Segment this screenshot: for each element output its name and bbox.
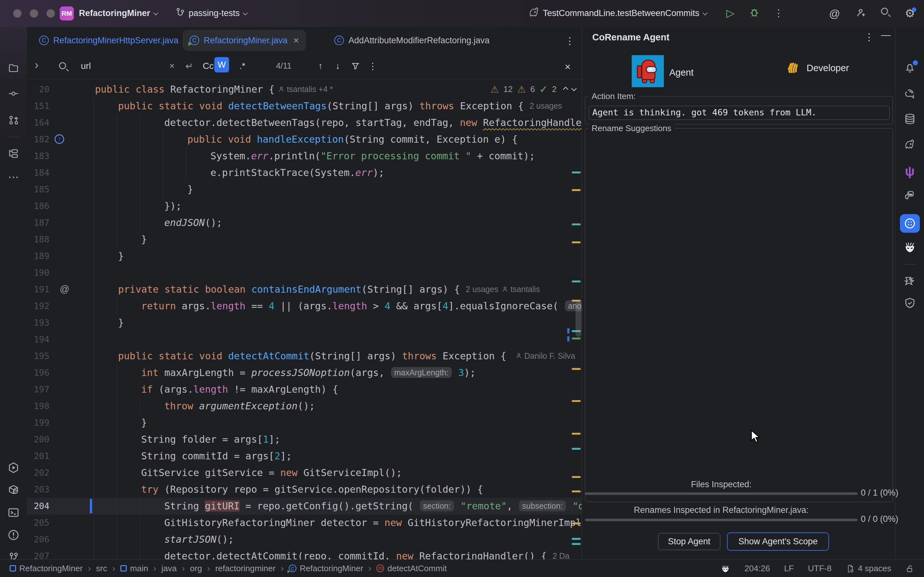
more-actions-button[interactable]: ⋮ xyxy=(774,7,783,19)
line-number[interactable]: 188 xyxy=(27,234,49,244)
code-line[interactable]: 202GitService gitService = new GitServic… xyxy=(27,464,582,481)
ai-assistant-icon[interactable]: @ xyxy=(829,7,840,20)
line-number[interactable]: 197 xyxy=(27,384,49,394)
code-line[interactable]: 206startJSON(); xyxy=(27,531,582,548)
code-line[interactable]: 196int maxArgLength = processJSONoption(… xyxy=(27,364,582,381)
line-number[interactable]: 207 xyxy=(27,551,49,559)
line-number[interactable]: 200 xyxy=(27,434,49,444)
line-number[interactable]: 182 xyxy=(27,134,49,144)
inspection-widget[interactable]: ⚠ 12 ⚠ 6 ✓ 2 xyxy=(490,84,576,95)
code-line[interactable]: 195public static void detectAtCommit(Str… xyxy=(27,348,582,364)
next-problem-icon[interactable] xyxy=(572,85,577,91)
breadcrumb-item[interactable]: src xyxy=(96,564,107,574)
code-line[interactable]: 192return args.length == 4 || (args.leng… xyxy=(27,298,582,314)
stop-agent-button[interactable]: Stop Agent xyxy=(658,533,720,550)
search-icon[interactable] xyxy=(59,62,66,69)
code-line[interactable]: 199} xyxy=(27,414,582,431)
breadcrumb-item[interactable]: main xyxy=(120,564,148,574)
code-line[interactable]: 198throw argumentException(); xyxy=(27,398,582,414)
usages-inlay[interactable]: 2 usages xyxy=(466,285,498,293)
run-config-widget[interactable]: TestCommandLine.testBetweenCommits xyxy=(543,8,707,18)
database-tool-icon[interactable] xyxy=(904,113,916,125)
mask-status-icon[interactable] xyxy=(720,564,730,574)
code-line[interactable]: 151public static void detectBetweenTags(… xyxy=(27,98,582,114)
notifications-tool-icon[interactable] xyxy=(904,61,916,74)
line-number[interactable]: 20 xyxy=(27,84,49,94)
override-gutter-icon[interactable]: ↑ xyxy=(55,134,64,144)
more-tools-icon[interactable]: ⋯ xyxy=(8,171,19,183)
code-line[interactable]: 188} xyxy=(27,231,582,248)
code-line[interactable]: 189} xyxy=(27,248,582,264)
code-line[interactable]: 201String commitId = args[2]; xyxy=(27,448,582,464)
code-line[interactable]: 182↑public void handleException(String c… xyxy=(27,131,582,148)
mask-plugin-tool-icon[interactable] xyxy=(903,241,916,254)
lock-icon[interactable] xyxy=(905,564,914,573)
code-line[interactable]: 197if (args.length != maxArgLength) { xyxy=(27,381,582,398)
code-line[interactable]: 205GitHistoryRefactoringMiner detector =… xyxy=(27,514,582,531)
line-number[interactable]: 192 xyxy=(27,301,49,311)
search-everywhere-button[interactable] xyxy=(881,8,888,15)
usages-inlay[interactable]: 2 usages xyxy=(529,101,562,110)
code-line[interactable]: 190 xyxy=(27,264,582,281)
indent-widget[interactable]: 4 spaces xyxy=(846,564,891,574)
ai-chat-tool-icon[interactable] xyxy=(904,87,916,99)
author-inlay[interactable]: tsantalis xyxy=(498,285,540,293)
code-line[interactable]: 186}); xyxy=(27,198,582,214)
close-icon[interactable]: × xyxy=(293,35,299,46)
breadcrumb-item[interactable]: org xyxy=(190,564,202,574)
code-line[interactable]: 185} xyxy=(27,181,582,198)
annotation-gutter-icon[interactable]: @ xyxy=(60,284,69,295)
code-line[interactable]: 207detector.detectAtCommit(repo, commitI… xyxy=(27,548,582,559)
breadcrumb-item[interactable]: mdetectAtCommit xyxy=(376,564,447,574)
psi-viewer-tool-icon[interactable]: ψ xyxy=(905,164,914,179)
prev-match-button[interactable]: ↑ xyxy=(318,61,323,71)
line-number[interactable]: 184 xyxy=(27,168,49,177)
code-line[interactable]: 203try (Repository repo = gitService.ope… xyxy=(27,481,582,498)
author-inlay[interactable]: Danilo F. Silva xyxy=(512,351,575,360)
line-number[interactable]: 194 xyxy=(27,334,49,344)
usages-inlay[interactable]: 2 Da xyxy=(552,551,569,559)
line-number[interactable]: 205 xyxy=(27,518,49,528)
code-editor[interactable]: 20public class RefactoringMiner {tsantal… xyxy=(27,80,582,559)
editor-scrollbar[interactable] xyxy=(575,301,582,337)
panel-options-icon[interactable]: ⋮ xyxy=(864,31,874,43)
window-minimize-button[interactable] xyxy=(30,9,38,18)
crash-report-tool-icon[interactable] xyxy=(904,274,916,287)
structure-tool-icon[interactable] xyxy=(8,148,19,159)
tab-list-button[interactable]: ⋮ xyxy=(565,35,575,47)
window-close-button[interactable] xyxy=(13,9,21,18)
line-number[interactable]: 191 xyxy=(27,284,49,294)
search-input[interactable]: url xyxy=(81,61,91,71)
code-line[interactable]: 184e.printStackTrace(System.err); xyxy=(27,164,582,181)
code-line[interactable]: 187endJSON(); xyxy=(27,214,582,231)
panel-minimize-icon[interactable]: — xyxy=(881,29,891,40)
line-number[interactable]: 196 xyxy=(27,367,49,378)
line-number[interactable]: 206 xyxy=(27,534,49,544)
next-match-button[interactable]: ↓ xyxy=(336,61,340,71)
code-line[interactable]: 194 xyxy=(27,331,582,348)
breadcrumb-item[interactable]: RefactoringMiner xyxy=(10,564,83,574)
line-number[interactable]: 185 xyxy=(27,184,49,194)
line-number[interactable]: 189 xyxy=(27,251,49,261)
line-ending[interactable]: LF xyxy=(784,564,794,574)
breadcrumb-item[interactable]: java xyxy=(162,564,177,574)
code-line[interactable]: 191@private static boolean containsEndAr… xyxy=(27,281,582,298)
line-number[interactable]: 202 xyxy=(27,468,49,478)
regex-toggle[interactable]: .* xyxy=(239,61,246,71)
terminal-tool-icon[interactable] xyxy=(7,506,19,519)
line-number[interactable]: 195 xyxy=(27,351,49,361)
pull-requests-tool-icon[interactable] xyxy=(8,114,19,126)
match-case-toggle[interactable]: Cc xyxy=(203,61,214,71)
author-inlay[interactable]: tsantalis +4 * xyxy=(275,85,333,93)
breadcrumb-item[interactable]: CRefactoringMiner xyxy=(289,564,363,574)
settings-button[interactable]: ⚙ xyxy=(905,7,915,20)
words-toggle[interactable]: W xyxy=(214,57,229,73)
line-number[interactable]: 164 xyxy=(27,118,49,127)
line-number[interactable]: 190 xyxy=(27,268,49,277)
filter-icon[interactable] xyxy=(351,61,360,71)
run-button[interactable]: ▷ xyxy=(726,7,734,19)
line-number[interactable]: 203 xyxy=(27,484,49,494)
encoding[interactable]: UTF-8 xyxy=(808,564,832,574)
line-number[interactable]: 187 xyxy=(27,218,49,227)
show-agent-scope-button[interactable]: Show Agent's Scope xyxy=(727,532,829,551)
